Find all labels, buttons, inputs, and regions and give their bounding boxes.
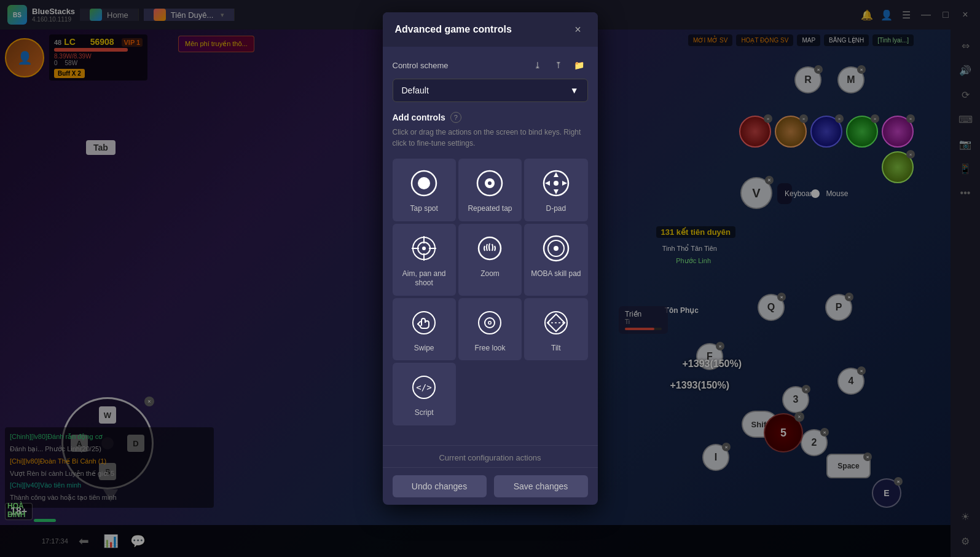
freelook-icon — [475, 308, 504, 338]
moba-icon — [541, 234, 571, 263]
control-scheme-section: Control scheme ⤓ ⤒ 📁 Default ▼ — [393, 57, 588, 102]
control-scheme-label: Control scheme ⤓ ⤒ 📁 — [393, 57, 588, 74]
repeated-tap-icon — [475, 168, 504, 198]
svg-marker-9 — [562, 181, 567, 186]
aim-label: Aim, pan and shoot — [398, 269, 451, 288]
zoom-label: Zoom — [480, 269, 500, 279]
cs-folder-btn[interactable]: 📁 — [571, 57, 588, 74]
control-dpad[interactable]: D-pad — [524, 159, 587, 221]
add-controls-section: Add controls ? Click or drag the actions… — [393, 112, 588, 425]
control-grid: Tap spot Repeated tap — [393, 159, 588, 360]
agc-body: Control scheme ⤓ ⤒ 📁 Default ▼ Add contr… — [383, 47, 598, 445]
ac-header: Add controls ? — [393, 112, 588, 123]
tap-spot-label: Tap spot — [410, 204, 437, 214]
agc-close-btn[interactable]: × — [571, 22, 586, 37]
save-btn[interactable]: Save changes — [494, 475, 588, 497]
swipe-icon — [409, 308, 439, 338]
repeated-tap-label: Repeated tap — [468, 204, 512, 214]
agc-header: Advanced game controls × — [383, 12, 598, 47]
control-repeated-tap[interactable]: Repeated tap — [458, 159, 522, 221]
control-zoom[interactable]: Zoom — [458, 224, 522, 296]
tap-spot-icon — [409, 168, 439, 198]
control-tilt[interactable]: Tilt — [524, 298, 587, 361]
agc-panel: Advanced game controls × Control scheme … — [383, 12, 598, 505]
aim-icon — [409, 234, 439, 263]
control-aim-pan-shoot[interactable]: Aim, pan and shoot — [393, 224, 456, 296]
dpad-icon — [541, 168, 571, 198]
tilt-icon — [541, 308, 571, 338]
dropdown-arrow: ▼ — [570, 85, 579, 95]
svg-point-10 — [554, 181, 559, 186]
svg-point-17 — [422, 247, 426, 250]
zoom-icon — [475, 234, 504, 263]
control-script[interactable]: </> Script — [393, 363, 456, 425]
cs-import-btn[interactable]: ⤓ — [529, 57, 546, 74]
help-btn[interactable]: ? — [450, 112, 461, 123]
current-config-section: Current configuration actions — [383, 445, 598, 467]
agc-title: Advanced game controls — [395, 24, 512, 35]
svg-text:</>: </> — [417, 382, 432, 392]
svg-point-26 — [489, 322, 491, 323]
control-swipe[interactable]: Swipe — [393, 298, 456, 361]
control-moba[interactable]: MOBA skill pad — [524, 224, 587, 296]
script-label: Script — [415, 408, 434, 418]
cs-actions: ⤓ ⤒ 📁 — [529, 57, 588, 74]
control-tap-spot[interactable]: Tap spot — [393, 159, 456, 221]
script-grid: </> Script — [393, 363, 588, 425]
svg-marker-6 — [554, 172, 559, 177]
add-controls-title: Add controls — [393, 113, 445, 122]
freelook-label: Free look — [474, 344, 505, 354]
script-icon: </> — [409, 373, 439, 402]
svg-marker-8 — [545, 181, 550, 186]
svg-point-1 — [418, 177, 430, 189]
add-controls-desc: Click or drag the actions on the screen … — [393, 127, 588, 149]
swipe-label: Swipe — [414, 344, 434, 354]
agc-footer: Undo changes Save changes — [383, 467, 598, 505]
moba-label: MOBA skill pad — [531, 269, 581, 279]
control-freelook[interactable]: Free look — [458, 298, 522, 361]
undo-btn[interactable]: Undo changes — [393, 475, 487, 497]
scheme-dropdown[interactable]: Default ▼ — [393, 79, 588, 102]
svg-point-4 — [488, 181, 492, 185]
current-config-label: Current configuration actions — [439, 453, 541, 462]
svg-point-21 — [554, 246, 559, 251]
dpad-label: D-pad — [546, 204, 566, 214]
svg-marker-7 — [554, 189, 559, 194]
svg-point-22 — [413, 312, 435, 334]
cs-export-btn[interactable]: ⤒ — [550, 57, 567, 74]
scheme-value: Default — [402, 85, 429, 95]
modal-overlay: Advanced game controls × Control scheme … — [0, 0, 980, 557]
tilt-label: Tilt — [551, 344, 561, 354]
